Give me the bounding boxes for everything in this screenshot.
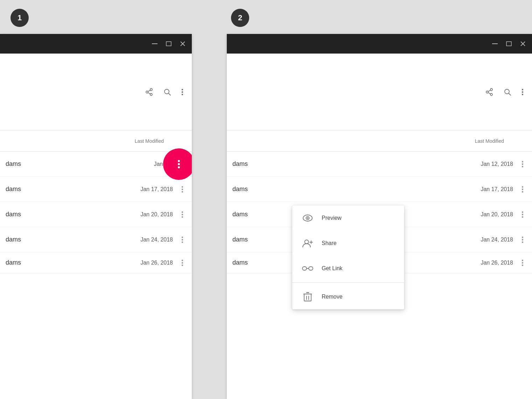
more-vert-icon-2[interactable] (522, 88, 524, 96)
row-name: dams (0, 211, 42, 218)
search-icon-1[interactable] (163, 88, 172, 96)
close-button-1[interactable] (179, 40, 186, 47)
svg-point-24 (182, 239, 183, 240)
step-badge-1: 1 (10, 9, 29, 27)
panel-2: Last Modified dams Jan 12, 2018 dams Jan… (227, 34, 532, 399)
row-name: dams (0, 259, 42, 266)
svg-line-39 (509, 93, 511, 95)
search-icon-2[interactable] (503, 88, 512, 96)
svg-point-51 (522, 216, 523, 217)
svg-line-37 (488, 92, 491, 94)
svg-point-35 (490, 93, 492, 96)
svg-point-55 (522, 259, 523, 261)
svg-point-44 (522, 163, 523, 164)
menu-divider (292, 282, 404, 283)
menu-item-remove-label: Remove (322, 294, 343, 300)
menu-item-share-label: Share (322, 240, 337, 246)
menu-item-get-link[interactable]: Get Link (292, 256, 404, 281)
row-name: dams (227, 259, 269, 266)
svg-point-54 (522, 241, 523, 243)
svg-rect-64 (302, 267, 307, 270)
svg-point-34 (486, 91, 488, 93)
row-date: Jan 12, 2018 (471, 161, 513, 167)
more-vert-row-icon[interactable] (178, 182, 186, 196)
menu-item-preview[interactable]: Preview (292, 205, 404, 231)
table-row: dams Jan 12, 2018 (227, 152, 532, 177)
svg-rect-0 (152, 43, 158, 44)
row-right: Jan 12, 2018 (471, 157, 526, 171)
last-modified-header-2: Last Modified (475, 138, 504, 144)
more-vert-icon-1[interactable] (181, 88, 183, 96)
row-name: dams (0, 236, 42, 243)
svg-point-49 (522, 211, 523, 212)
maximize-button-2[interactable] (505, 40, 512, 47)
context-menu: Preview Share Get Link (292, 205, 404, 309)
row-right: Jan 24, 2018 (131, 233, 186, 247)
svg-point-18 (182, 188, 183, 190)
svg-point-15 (178, 163, 180, 165)
menu-item-share[interactable]: Share (292, 231, 404, 256)
more-vert-row-icon[interactable] (519, 233, 526, 247)
svg-line-36 (488, 90, 491, 91)
row-name: dams (0, 160, 42, 168)
svg-point-53 (522, 239, 523, 240)
more-vert-row-icon[interactable] (519, 208, 526, 222)
table-row: dams Jan 17, 2018 (227, 177, 532, 202)
titlebar-2 (227, 34, 532, 54)
toolbar-2 (227, 54, 532, 131)
toolbar-1 (0, 54, 192, 131)
svg-point-20 (182, 211, 183, 212)
svg-rect-30 (506, 42, 511, 46)
row-name: dams (227, 236, 269, 243)
row-right: Jan 20, 2018 (131, 208, 186, 222)
more-vert-row-icon[interactable] (519, 256, 526, 270)
minimize-button-2[interactable] (491, 40, 498, 47)
svg-point-40 (522, 89, 523, 90)
row-date: Jan 24, 2018 (471, 237, 513, 243)
svg-point-27 (182, 262, 183, 263)
share-icon-1[interactable] (145, 88, 153, 96)
svg-point-23 (182, 236, 183, 238)
close-button-2[interactable] (519, 40, 526, 47)
row-name: dams (227, 211, 269, 218)
more-vert-row-icon[interactable] (178, 256, 186, 270)
svg-point-22 (182, 216, 183, 217)
maximize-button-1[interactable] (165, 40, 172, 47)
svg-point-19 (182, 191, 183, 192)
last-modified-header-1: Last Modified (135, 138, 164, 144)
row-date: Jan 20, 2018 (471, 211, 513, 218)
row-right: Jan 12, 2018 (144, 161, 186, 167)
row-right: Jan 24, 2018 (471, 233, 526, 247)
more-vert-row-icon[interactable] (178, 208, 186, 222)
table-row: dams Jan 24, 2018 (0, 227, 192, 252)
active-more-button[interactable] (163, 148, 192, 180)
svg-point-28 (182, 264, 183, 266)
table-row: dams Jan 12, 2018 (0, 152, 192, 177)
minimize-button-1[interactable] (151, 40, 158, 47)
svg-point-17 (182, 186, 183, 187)
link-icon (302, 263, 313, 274)
svg-point-61 (305, 240, 309, 244)
svg-rect-65 (309, 267, 313, 270)
svg-point-52 (522, 236, 523, 238)
svg-point-56 (522, 262, 523, 263)
svg-point-5 (146, 91, 148, 93)
svg-point-41 (522, 91, 523, 92)
more-vert-row-icon[interactable] (178, 233, 186, 247)
more-vert-row-icon[interactable] (519, 182, 526, 196)
table-row: dams Jan 20, 2018 (0, 202, 192, 227)
share-icon-2[interactable] (485, 88, 493, 96)
svg-point-14 (178, 160, 180, 162)
row-right: Jan 26, 2018 (131, 256, 186, 270)
svg-point-50 (522, 214, 523, 215)
svg-point-6 (150, 93, 152, 96)
row-right: Jan 20, 2018 (471, 208, 526, 222)
more-vert-row-icon[interactable] (519, 157, 526, 171)
svg-point-47 (522, 188, 523, 190)
svg-rect-1 (166, 42, 171, 46)
svg-rect-29 (492, 43, 498, 44)
menu-item-remove[interactable]: Remove (292, 284, 404, 309)
person-add-icon (302, 238, 313, 249)
svg-point-25 (182, 241, 183, 243)
svg-point-48 (522, 191, 523, 192)
